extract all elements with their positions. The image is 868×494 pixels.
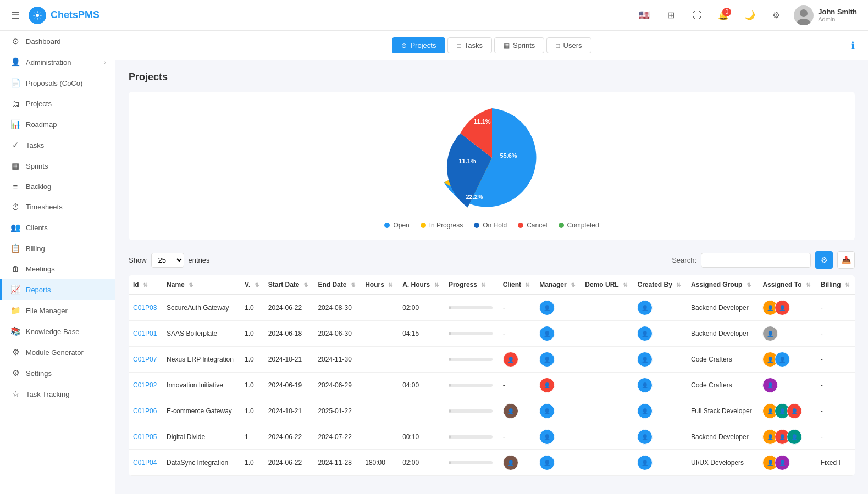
projects-table: Id ⇅ Name ⇅ V. ⇅ Start Date ⇅ End Date ⇅… — [129, 275, 855, 476]
project-id-link[interactable]: C01P06 — [133, 407, 157, 415]
sidebar-item-timesheets[interactable]: ⏱ Timesheets — [0, 197, 115, 217]
col-id[interactable]: Id ⇅ — [129, 275, 162, 295]
project-id-link[interactable]: C01P05 — [133, 433, 157, 441]
tab-bar: ⊙ Projects □ Tasks ▦ Sprints □ Users — [392, 31, 591, 60]
col-name[interactable]: Name ⇅ — [162, 275, 240, 295]
col-billing[interactable]: Billing ⇅ — [816, 275, 855, 295]
sidebar-item-billing[interactable]: 📋 Billing — [0, 238, 115, 259]
project-id-link[interactable]: C01P04 — [133, 459, 157, 467]
col-manager[interactable]: Manager ⇅ — [535, 275, 580, 295]
reports-icon: 📈 — [10, 285, 20, 295]
search-input[interactable] — [701, 253, 811, 268]
tab-projects-label: Projects — [410, 41, 436, 49]
tab-projects[interactable]: ⊙ Projects — [392, 37, 445, 53]
project-version: 1.0 — [240, 295, 264, 321]
sidebar-item-knowledge-base[interactable]: 📚 Knowledge Base — [0, 321, 115, 342]
col-demo-url[interactable]: Demo URL ⇅ — [580, 275, 633, 295]
legend-dot-completed — [559, 223, 564, 228]
col-assigned-to[interactable]: Assigned To ⇅ — [758, 275, 816, 295]
assigned-to: 👤 👤 — [758, 347, 816, 373]
user-avatar — [794, 5, 814, 25]
show-label: Show — [129, 256, 147, 264]
col-end-date[interactable]: End Date ⇅ — [313, 275, 361, 295]
billing: - — [816, 398, 855, 424]
col-v[interactable]: V. ⇅ — [240, 275, 264, 295]
roadmap-icon: 📊 — [10, 119, 20, 129]
client: - — [499, 321, 535, 347]
page-title: Projects — [129, 71, 855, 83]
client: 👤 — [499, 347, 535, 373]
sidebar-item-dashboard[interactable]: ⊙ Dashboard — [0, 31, 115, 52]
pie-chart: 55.6% 22.2% 11.1% 11.1% — [437, 103, 547, 213]
col-client[interactable]: Client ⇅ — [499, 275, 535, 295]
sidebar-item-meetings[interactable]: 🗓 Meetings — [0, 259, 115, 279]
hours — [361, 321, 398, 347]
legend-in-progress: In Progress — [421, 221, 463, 229]
sidebar-item-label: Clients — [26, 224, 106, 232]
legend-cancel: Cancel — [518, 221, 547, 229]
start-date: 2024-06-22 — [264, 295, 314, 321]
demo-url — [580, 424, 633, 450]
settings-icon[interactable]: ⚙ — [767, 7, 785, 24]
sidebar-item-administration[interactable]: 👤 Administration › — [0, 52, 115, 73]
backlog-icon: ≡ — [10, 182, 20, 191]
grid-icon[interactable]: ⊞ — [662, 7, 679, 24]
svg-point-2 — [800, 9, 808, 17]
legend-label-completed: Completed — [567, 221, 599, 229]
demo-url — [580, 321, 633, 347]
sidebar-item-clients[interactable]: 👥 Clients — [0, 217, 115, 238]
table-row: C01P04 DataSync Integration 1.0 2024-06-… — [129, 450, 855, 476]
table-row: C01P02 Innovation Initiative 1.0 2024-06… — [129, 373, 855, 398]
filter-button[interactable]: ⚙ — [815, 251, 833, 269]
sidebar-item-reports[interactable]: 📈 Reports — [0, 279, 115, 300]
sidebar-item-projects[interactable]: 🗂 Projects — [0, 93, 115, 114]
table-row: C01P03 SecureAuth Gateway 1.0 2024-06-22… — [129, 295, 855, 321]
sidebar-item-sprints[interactable]: ▦ Sprints — [0, 156, 115, 176]
svg-text:11.1%: 11.1% — [458, 158, 476, 164]
entries-select[interactable]: 25 50 100 — [151, 253, 184, 268]
sidebar-item-task-tracking[interactable]: ☆ Task Tracking — [0, 384, 115, 404]
project-id-link[interactable]: C01P01 — [133, 330, 157, 337]
fullscreen-icon[interactable]: ⛶ — [688, 7, 706, 24]
administration-icon: 👤 — [10, 57, 20, 67]
col-progress[interactable]: Progress ⇅ — [444, 275, 499, 295]
sidebar-item-label: Reports — [26, 286, 106, 294]
tab-users[interactable]: □ Users — [546, 37, 591, 53]
created-by: 👤 — [633, 321, 686, 347]
export-button[interactable]: 📥 — [837, 251, 855, 269]
project-id-link[interactable]: C01P02 — [133, 381, 157, 389]
tab-tasks[interactable]: □ Tasks — [447, 37, 491, 53]
manager: 👤 — [535, 321, 580, 347]
col-assigned-group[interactable]: Assigned Group ⇅ — [687, 275, 758, 295]
tab-sprints[interactable]: ▦ Sprints — [494, 37, 544, 53]
hamburger-button[interactable]: ☰ — [11, 9, 20, 21]
sidebar-item-settings[interactable]: ⚙ Settings — [0, 363, 115, 384]
sidebar-item-file-manager[interactable]: 📁 File Manager — [0, 300, 115, 321]
sidebar-item-roadmap[interactable]: 📊 Roadmap — [0, 114, 115, 135]
sidebar: ⊙ Dashboard 👤 Administration › 📄 Proposa… — [0, 31, 115, 494]
sidebar-item-module-generator[interactable]: ⚙ Module Generator — [0, 342, 115, 363]
billing: - — [816, 321, 855, 347]
user-menu[interactable]: John Smith Admin — [794, 5, 857, 25]
col-hours[interactable]: Hours ⇅ — [361, 275, 398, 295]
end-date: 2024-06-30 — [313, 321, 361, 347]
project-name: SecureAuth Gateway — [162, 295, 240, 321]
project-name: Nexus ERP Integration — [162, 347, 240, 373]
flag-icon[interactable]: 🇺🇸 — [635, 7, 653, 24]
project-id-link[interactable]: C01P03 — [133, 304, 157, 312]
col-start-date[interactable]: Start Date ⇅ — [264, 275, 314, 295]
info-icon[interactable]: ℹ — [851, 40, 855, 52]
col-a-hours[interactable]: A. Hours ⇅ — [398, 275, 444, 295]
sidebar-item-proposals[interactable]: 📄 Proposals (CoCo) — [0, 73, 115, 93]
entries-label: entries — [189, 256, 210, 264]
col-created-by[interactable]: Created By ⇅ — [633, 275, 686, 295]
chart-container: 55.6% 22.2% 11.1% 11.1% Open In Progress — [129, 92, 855, 240]
sidebar-item-backlog[interactable]: ≡ Backlog — [0, 176, 115, 197]
project-id-link[interactable]: C01P07 — [133, 356, 157, 363]
legend-label-in-progress: In Progress — [429, 221, 463, 229]
sidebar-item-tasks[interactable]: ✓ Tasks — [0, 135, 115, 156]
app-logo: ChetsPMS — [29, 7, 99, 24]
top-header: ☰ ChetsPMS 🇺🇸 ⊞ ⛶ 🔔 0 🌙 ⚙ John Smith Adm… — [0, 0, 868, 31]
dark-mode-icon[interactable]: 🌙 — [741, 7, 759, 24]
notification-icon[interactable]: 🔔 0 — [715, 7, 732, 24]
